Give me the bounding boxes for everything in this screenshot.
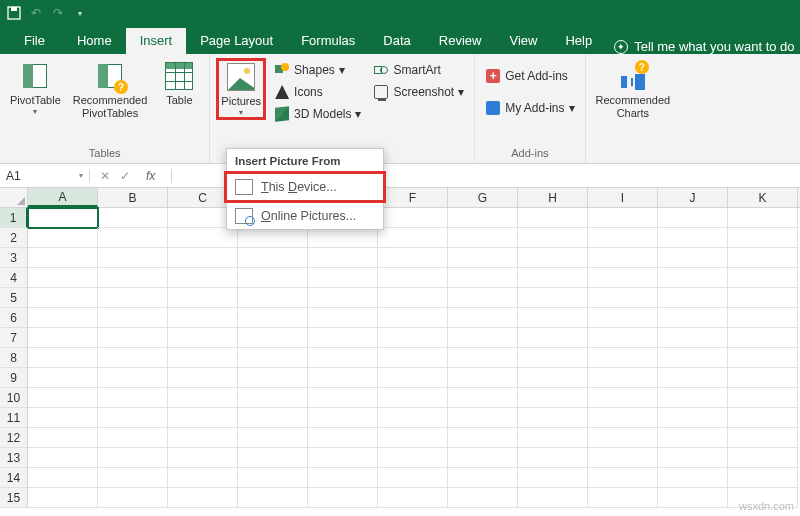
cell[interactable] xyxy=(168,408,238,428)
cell[interactable] xyxy=(238,228,308,248)
cell[interactable] xyxy=(28,468,98,488)
recommended-pivot-button[interactable]: ? Recommended PivotTables xyxy=(69,58,152,121)
cell[interactable] xyxy=(28,368,98,388)
name-box[interactable]: A1 ▾ xyxy=(0,169,90,183)
cell[interactable] xyxy=(378,288,448,308)
enter-formula-button[interactable]: ✓ xyxy=(120,169,130,183)
cell[interactable] xyxy=(168,428,238,448)
cell[interactable] xyxy=(728,228,798,248)
cell[interactable] xyxy=(518,388,588,408)
cell[interactable] xyxy=(168,328,238,348)
cell[interactable] xyxy=(518,348,588,368)
row-header[interactable]: 2 xyxy=(0,228,28,248)
cell[interactable] xyxy=(28,228,98,248)
cell[interactable] xyxy=(98,348,168,368)
cell[interactable] xyxy=(238,448,308,468)
cell[interactable] xyxy=(588,328,658,348)
cell[interactable] xyxy=(658,368,728,388)
select-all-corner[interactable] xyxy=(0,188,28,207)
my-addins-button[interactable]: My Add-ins ▾ xyxy=(481,98,578,118)
cell[interactable] xyxy=(308,288,378,308)
cell[interactable] xyxy=(448,368,518,388)
cell[interactable] xyxy=(378,368,448,388)
get-addins-button[interactable]: Get Add-ins xyxy=(481,66,578,86)
shapes-button[interactable]: Shapes ▾ xyxy=(270,60,365,80)
screenshot-button[interactable]: Screenshot ▾ xyxy=(369,82,468,102)
cell[interactable] xyxy=(378,228,448,248)
row-header[interactable]: 12 xyxy=(0,428,28,448)
row-header[interactable]: 11 xyxy=(0,408,28,428)
cell[interactable] xyxy=(448,248,518,268)
cell[interactable] xyxy=(308,328,378,348)
cell[interactable] xyxy=(448,388,518,408)
cell[interactable] xyxy=(28,248,98,268)
cell[interactable] xyxy=(588,248,658,268)
cell[interactable] xyxy=(728,248,798,268)
cell[interactable] xyxy=(588,368,658,388)
cell[interactable] xyxy=(588,268,658,288)
cell[interactable] xyxy=(98,408,168,428)
cell[interactable] xyxy=(728,308,798,328)
cell[interactable] xyxy=(658,308,728,328)
cell[interactable] xyxy=(588,388,658,408)
tab-review[interactable]: Review xyxy=(425,28,496,54)
cell[interactable] xyxy=(98,208,168,228)
cell[interactable] xyxy=(658,348,728,368)
cell[interactable] xyxy=(448,468,518,488)
cell[interactable] xyxy=(728,388,798,408)
cell[interactable] xyxy=(658,208,728,228)
cell[interactable] xyxy=(728,408,798,428)
cell[interactable] xyxy=(238,268,308,288)
cell[interactable] xyxy=(448,328,518,348)
cell[interactable] xyxy=(168,368,238,388)
cell[interactable] xyxy=(98,328,168,348)
row-header[interactable]: 9 xyxy=(0,368,28,388)
cell[interactable] xyxy=(728,428,798,448)
cell[interactable] xyxy=(518,228,588,248)
cell[interactable] xyxy=(378,388,448,408)
cell[interactable] xyxy=(308,308,378,328)
cell[interactable] xyxy=(728,328,798,348)
cell[interactable] xyxy=(168,248,238,268)
cell[interactable] xyxy=(168,468,238,488)
col-header-F[interactable]: F xyxy=(378,188,448,207)
cell[interactable] xyxy=(658,268,728,288)
cell[interactable] xyxy=(378,468,448,488)
cell[interactable] xyxy=(728,288,798,308)
save-icon[interactable] xyxy=(6,5,22,21)
cell[interactable] xyxy=(658,288,728,308)
cell[interactable] xyxy=(238,308,308,328)
cell[interactable] xyxy=(98,448,168,468)
row-header[interactable]: 14 xyxy=(0,468,28,488)
cell[interactable] xyxy=(168,288,238,308)
pivot-table-button[interactable]: PivotTable ▾ xyxy=(6,58,65,118)
cell[interactable] xyxy=(518,248,588,268)
cell[interactable] xyxy=(378,488,448,508)
cell[interactable] xyxy=(518,328,588,348)
cell[interactable] xyxy=(378,208,448,228)
cell[interactable] xyxy=(238,288,308,308)
cell[interactable] xyxy=(448,268,518,288)
cell[interactable] xyxy=(98,428,168,448)
cell[interactable] xyxy=(448,408,518,428)
cell[interactable] xyxy=(448,208,518,228)
cell[interactable] xyxy=(728,208,798,228)
fx-button[interactable]: fx xyxy=(140,169,161,183)
cell[interactable] xyxy=(448,348,518,368)
cell[interactable] xyxy=(98,288,168,308)
tab-view[interactable]: View xyxy=(495,28,551,54)
cell[interactable] xyxy=(378,328,448,348)
row-header[interactable]: 3 xyxy=(0,248,28,268)
cell[interactable] xyxy=(728,448,798,468)
cell[interactable] xyxy=(28,488,98,508)
cell[interactable] xyxy=(308,448,378,468)
cell[interactable] xyxy=(518,268,588,288)
cell[interactable] xyxy=(308,268,378,288)
col-header-G[interactable]: G xyxy=(448,188,518,207)
dropdown-this-device[interactable]: This Device... xyxy=(224,171,386,203)
row-header[interactable]: 8 xyxy=(0,348,28,368)
cell[interactable] xyxy=(518,428,588,448)
cancel-formula-button[interactable]: ✕ xyxy=(100,169,110,183)
cell[interactable] xyxy=(28,428,98,448)
cell[interactable] xyxy=(308,488,378,508)
